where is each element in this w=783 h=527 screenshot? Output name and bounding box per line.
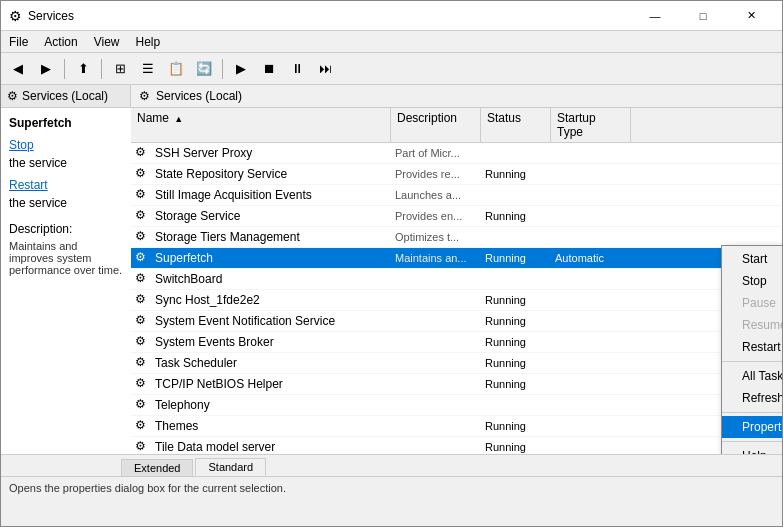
show-hide-button[interactable]: ⊞ <box>107 57 133 81</box>
context-menu-item-restart[interactable]: Restart <box>722 336 782 358</box>
context-menu-item-label: Start <box>742 252 767 266</box>
toolbar-sep-1 <box>64 59 65 79</box>
tabs-bar: ExtendedStandard <box>1 454 782 476</box>
service-icon: ⚙ <box>135 439 151 454</box>
service-row[interactable]: ⚙SSH Server ProxyPart of Micr... <box>131 143 782 164</box>
menu-view[interactable]: View <box>86 31 128 52</box>
refresh-button[interactable]: 🔄 <box>191 57 217 81</box>
service-row[interactable]: ⚙Storage Tiers ManagementOptimizes t... <box>131 227 782 248</box>
status-text: Opens the properties dialog box for the … <box>9 482 286 494</box>
services-list[interactable]: ⚙SSH Server ProxyPart of Micr...⚙State R… <box>131 143 782 454</box>
service-status: Running <box>485 315 555 327</box>
sidebar: ⚙ Services (Local) Superfetch Stop the s… <box>1 85 131 454</box>
service-row[interactable]: ⚙Tile Data model serverRunning <box>131 437 782 454</box>
left-panel: Superfetch Stop the service Restart the … <box>1 108 131 454</box>
service-name: Telephony <box>155 398 395 412</box>
service-icon: ⚙ <box>135 397 151 413</box>
context-menu-item-start[interactable]: Start <box>722 248 782 270</box>
up-button[interactable]: ⬆ <box>70 57 96 81</box>
service-icon: ⚙ <box>135 229 151 245</box>
back-button[interactable]: ◀ <box>5 57 31 81</box>
service-name-header: Superfetch <box>9 116 123 130</box>
menu-action[interactable]: Action <box>36 31 85 52</box>
context-menu-item-resume: Resume <box>722 314 782 336</box>
service-row[interactable]: ⚙SwitchBoard <box>131 269 782 290</box>
app-icon: ⚙ <box>9 8 22 24</box>
context-menu-item-pause: Pause <box>722 292 782 314</box>
service-description: Provides re... <box>395 168 485 180</box>
service-name: System Event Notification Service <box>155 314 395 328</box>
description-label: Description: <box>9 222 123 236</box>
main-area: ⚙ Services (Local) Superfetch Stop the s… <box>1 85 782 454</box>
service-description: Provides en... <box>395 210 485 222</box>
service-row[interactable]: ⚙SuperfetchMaintains an...RunningAutomat… <box>131 248 782 269</box>
service-icon: ⚙ <box>135 334 151 350</box>
context-menu-item-help[interactable]: Help <box>722 445 782 454</box>
context-menu-item-refresh[interactable]: Refresh <box>722 387 782 409</box>
service-name: State Repository Service <box>155 167 395 181</box>
service-name: Tile Data model server <box>155 440 395 454</box>
stop-service-link[interactable]: Stop <box>9 138 123 152</box>
col-header-startup[interactable]: Startup Type <box>551 108 631 142</box>
service-icon: ⚙ <box>135 145 151 161</box>
service-name: Sync Host_1fde2e2 <box>155 293 395 307</box>
service-description: Launches a... <box>395 189 485 201</box>
services-area-icon: ⚙ <box>139 89 150 103</box>
service-name: SSH Server Proxy <box>155 146 395 160</box>
service-status: Running <box>485 420 555 432</box>
service-row[interactable]: ⚙Still Image Acquisition EventsLaunches … <box>131 185 782 206</box>
service-status: Running <box>485 336 555 348</box>
service-row[interactable]: ⚙Storage ServiceProvides en...Running <box>131 206 782 227</box>
context-menu-item-label: All Tasks <box>742 369 782 383</box>
service-row[interactable]: ⚙System Event Notification ServiceRunnin… <box>131 311 782 332</box>
service-status: Running <box>485 378 555 390</box>
tab-extended[interactable]: Extended <box>121 459 193 476</box>
tab-standard[interactable]: Standard <box>195 458 266 476</box>
minimize-button[interactable]: — <box>632 1 678 31</box>
close-button[interactable]: ✕ <box>728 1 774 31</box>
col-header-status[interactable]: Status <box>481 108 551 142</box>
service-icon: ⚙ <box>135 250 151 266</box>
column-headers: Name ▲ Description Status Startup Type <box>131 108 782 143</box>
service-row[interactable]: ⚙State Repository ServiceProvides re...R… <box>131 164 782 185</box>
service-row[interactable]: ⚙System Events BrokerRunning <box>131 332 782 353</box>
service-icon: ⚙ <box>135 166 151 182</box>
col-header-name[interactable]: Name ▲ <box>131 108 391 142</box>
start-service-button[interactable]: ▶ <box>228 57 254 81</box>
stop-service-button[interactable]: ⏹ <box>256 57 282 81</box>
service-status: Running <box>485 294 555 306</box>
col-header-desc[interactable]: Description <box>391 108 481 142</box>
service-row[interactable]: ⚙Task SchedulerRunning <box>131 353 782 374</box>
props-button[interactable]: 📋 <box>163 57 189 81</box>
menu-help[interactable]: Help <box>128 31 169 52</box>
resume-service-button[interactable]: ⏭ <box>312 57 338 81</box>
menu-file[interactable]: File <box>1 31 36 52</box>
status-bar: Opens the properties dialog box for the … <box>1 476 782 498</box>
forward-button[interactable]: ▶ <box>33 57 59 81</box>
maximize-button[interactable]: □ <box>680 1 726 31</box>
service-name: System Events Broker <box>155 335 395 349</box>
service-icon: ⚙ <box>135 355 151 371</box>
context-menu-item-stop[interactable]: Stop <box>722 270 782 292</box>
context-menu-item-properties[interactable]: Properties <box>722 416 782 438</box>
service-row[interactable]: ⚙Telephony <box>131 395 782 416</box>
service-icon: ⚙ <box>135 208 151 224</box>
service-name: Storage Service <box>155 209 395 223</box>
restart-service-link[interactable]: Restart <box>9 178 123 192</box>
window-title: Services <box>28 9 74 23</box>
service-row[interactable]: ⚙Sync Host_1fde2e2Running <box>131 290 782 311</box>
pause-service-button[interactable]: ⏸ <box>284 57 310 81</box>
context-menu-item-all-tasks[interactable]: All Tasks▶ <box>722 365 782 387</box>
service-name: Themes <box>155 419 395 433</box>
service-name: SwitchBoard <box>155 272 395 286</box>
service-icon: ⚙ <box>135 271 151 287</box>
sidebar-icon: ⚙ <box>7 89 18 103</box>
context-menu: StartStopPauseResumeRestartAll Tasks▶Ref… <box>721 245 782 454</box>
service-row[interactable]: ⚙TCP/IP NetBIOS HelperRunning <box>131 374 782 395</box>
service-row[interactable]: ⚙ThemesRunning <box>131 416 782 437</box>
service-name: Storage Tiers Management <box>155 230 395 244</box>
service-icon: ⚙ <box>135 313 151 329</box>
list-button[interactable]: ☰ <box>135 57 161 81</box>
sort-icon: ▲ <box>174 114 183 124</box>
context-menu-item-label: Refresh <box>742 391 782 405</box>
